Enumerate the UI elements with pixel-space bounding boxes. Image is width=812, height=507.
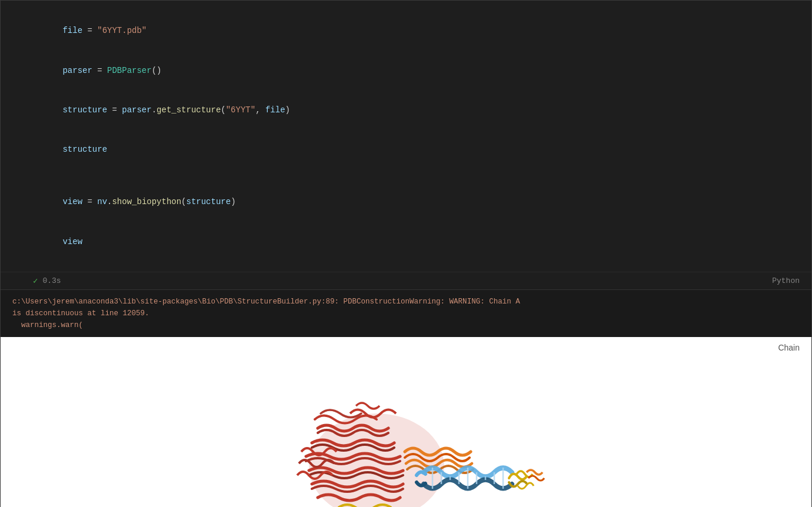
var-structure: structure xyxy=(62,105,107,115)
code-line-3: structure = parser.get_structure("6YYT",… xyxy=(33,90,800,129)
code-line-6: view = nv.show_biopython(structure) xyxy=(33,182,800,222)
var-view: view xyxy=(62,197,82,206)
code-line-empty xyxy=(33,169,800,182)
chain-label: Chain xyxy=(778,343,800,352)
code-line-7: view xyxy=(33,222,800,261)
notebook-cell: file = "6YYT.pdb" parser = PDBParser() s… xyxy=(0,0,812,507)
code-line-1: file = "6YYT.pdb" xyxy=(33,11,800,51)
check-icon: ✓ xyxy=(33,276,38,286)
output-warning: c:\Users\jerem\anaconda3\lib\site-packag… xyxy=(1,289,811,337)
cell-footer: ✓ 0.3s Python xyxy=(1,272,811,289)
viz-area[interactable]: Chain ⊿ xyxy=(1,337,811,507)
var-parser: parser xyxy=(62,66,92,75)
execution-time: 0.3s xyxy=(42,276,61,285)
var-file: file xyxy=(62,26,82,35)
protein-structure-svg xyxy=(259,375,553,507)
language-badge: Python xyxy=(772,276,800,285)
code-line-4: structure xyxy=(33,130,800,169)
code-line-2: parser = PDBParser() xyxy=(33,51,800,90)
code-area[interactable]: file = "6YYT.pdb" parser = PDBParser() s… xyxy=(1,1,811,272)
execution-info: ✓ 0.3s xyxy=(33,276,61,286)
warning-text: c:\Users\jerem\anaconda3\lib\site-packag… xyxy=(12,296,800,331)
var-view2: view xyxy=(62,237,82,246)
var-structure2: structure xyxy=(62,145,107,154)
